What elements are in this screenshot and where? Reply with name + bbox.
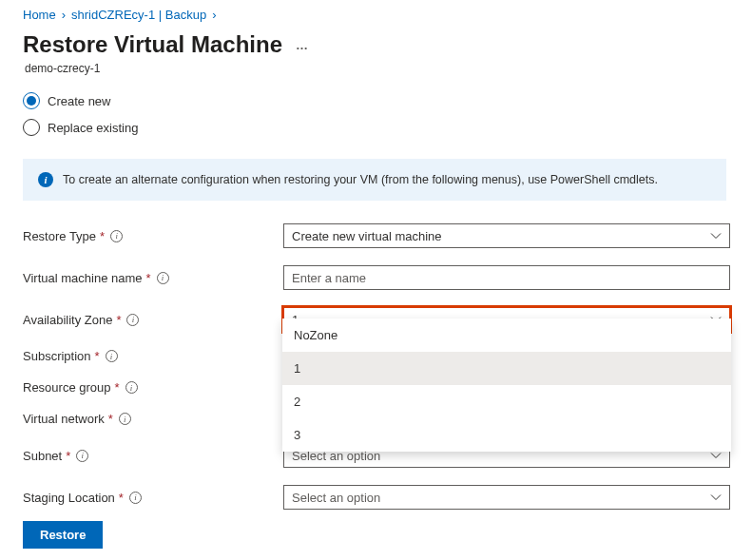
radio-icon (23, 119, 40, 136)
label-text: Virtual machine name (23, 271, 143, 285)
dropdown-option-1[interactable]: 1 (282, 352, 731, 385)
input-vm-name[interactable] (283, 265, 730, 290)
help-icon[interactable]: i (110, 230, 123, 242)
select-value: Select an option (292, 491, 380, 505)
help-icon[interactable]: i (76, 450, 88, 462)
label-staging-location: Staging Location * i (23, 491, 283, 505)
restore-button[interactable]: Restore (23, 521, 103, 549)
radio-label: Replace existing (48, 121, 138, 135)
chevron-down-icon (710, 492, 722, 503)
label-resource-group: Resource group * i (23, 380, 283, 395)
dropdown-option-2[interactable]: 2 (282, 385, 731, 418)
label-text: Subscription (23, 349, 91, 363)
label-virtual-network: Virtual network * i (23, 412, 283, 426)
select-value: Create new virtual machine (292, 229, 442, 243)
required-asterisk: * (66, 449, 70, 463)
radio-replace-existing[interactable]: Replace existing (23, 119, 742, 136)
help-icon[interactable]: i (129, 492, 142, 504)
help-icon[interactable]: i (125, 381, 138, 394)
select-restore-type[interactable]: Create new virtual machine (283, 223, 730, 248)
page-subtitle: demo-czrecy-1 (25, 62, 742, 75)
required-asterisk: * (100, 229, 105, 243)
label-subscription: Subscription * i (23, 349, 283, 363)
label-text: Availability Zone (23, 313, 112, 327)
breadcrumb-vault[interactable]: shridCZREcy-1 | Backup (71, 8, 206, 22)
chevron-right-icon: › (212, 8, 216, 22)
dropdown-option-nozone[interactable]: NoZone (282, 319, 731, 352)
info-banner: i To create an alternate configuration w… (23, 159, 726, 201)
breadcrumb-home[interactable]: Home (23, 8, 56, 22)
help-icon[interactable]: i (126, 314, 139, 326)
availability-zone-dropdown: NoZone 1 2 3 (282, 319, 731, 452)
label-text: Resource group (23, 380, 111, 395)
help-icon[interactable]: i (119, 413, 131, 425)
help-icon[interactable]: i (106, 350, 118, 362)
label-restore-type: Restore Type * i (23, 229, 283, 243)
required-asterisk: * (116, 313, 121, 327)
label-text: Staging Location (23, 491, 115, 505)
label-text: Subnet (23, 449, 62, 463)
info-text: To create an alternate configuration whe… (63, 173, 658, 186)
required-asterisk: * (108, 412, 113, 426)
breadcrumb: Home › shridCZREcy-1 | Backup › (23, 8, 742, 22)
restore-mode-radio-group: Create new Replace existing (23, 92, 742, 136)
help-icon[interactable]: i (157, 272, 169, 284)
label-text: Restore Type (23, 229, 96, 243)
required-asterisk: * (115, 380, 120, 395)
required-asterisk: * (95, 349, 100, 363)
dropdown-option-3[interactable]: 3 (282, 418, 731, 452)
radio-label: Create new (48, 94, 110, 108)
label-text: Virtual network (23, 412, 105, 426)
page-title: Restore Virtual Machine (23, 31, 282, 58)
required-asterisk: * (146, 271, 151, 285)
footer: Restore (23, 521, 103, 549)
info-icon: i (38, 172, 53, 187)
more-menu-icon[interactable]: … (296, 38, 310, 52)
select-staging-location[interactable]: Select an option (283, 485, 730, 510)
radio-icon (23, 92, 40, 109)
required-asterisk: * (119, 491, 124, 505)
chevron-right-icon: › (62, 8, 66, 22)
chevron-down-icon (710, 230, 722, 241)
label-vm-name: Virtual machine name * i (23, 271, 283, 285)
radio-create-new[interactable]: Create new (23, 92, 742, 109)
label-subnet: Subnet * i (23, 449, 283, 463)
label-availability-zone: Availability Zone * i (23, 313, 283, 327)
